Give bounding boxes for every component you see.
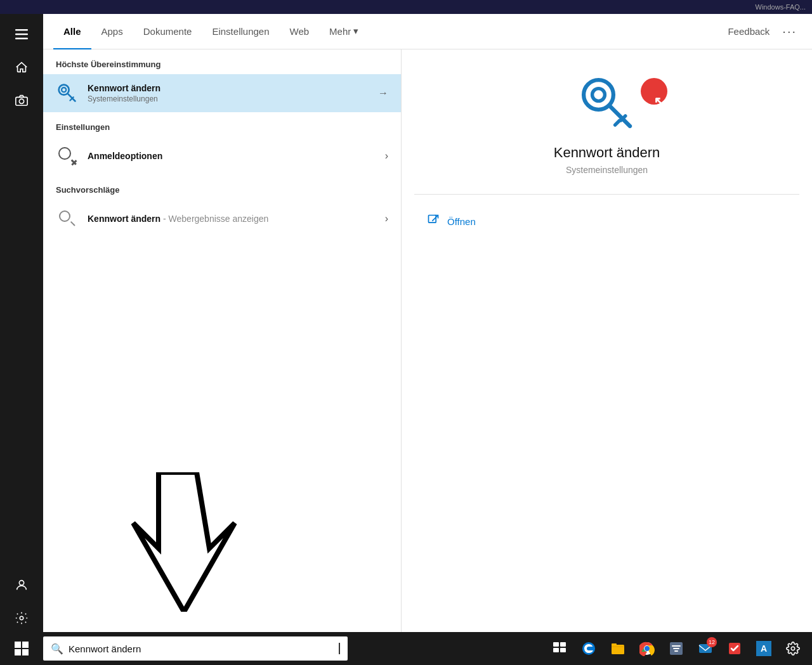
taskbar-edge[interactable] [575, 635, 603, 662]
taskbar-settings[interactable] [779, 635, 807, 662]
taskbar-search-icon: 🔍 [51, 643, 63, 655]
anmeldeoptionen-arrow: › [385, 150, 388, 162]
cursor-arrow-icon: ↖ [653, 94, 665, 110]
result-kennwort-text: Kennwort ändern Systemeinstellungen [88, 83, 378, 103]
svg-rect-1 [15, 34, 28, 36]
svg-rect-27 [612, 643, 617, 646]
sidebar-user-icon[interactable] [8, 571, 36, 599]
bestmatch-header: Höchste Übereinstimmung [43, 49, 401, 74]
result-kennwort-best[interactable]: Kennwort ändern Systemeinstellungen → [43, 74, 401, 112]
tabs-row: Alle Apps Dokumente Einstellungen Web Me… [43, 14, 812, 49]
taskbar-chrome[interactable] [633, 635, 661, 662]
results-panel: Höchste Übereinstimmung Kennwort ändern … [43, 49, 402, 665]
cursor-caret [339, 643, 340, 654]
taskbar-search-box[interactable]: 🔍 Kennwort ändern [43, 636, 348, 661]
detail-title: Kennwort ändern [554, 145, 660, 161]
feedback-button[interactable]: Feedback [720, 26, 777, 37]
svg-point-15 [592, 89, 605, 101]
svg-line-13 [70, 99, 72, 101]
anmeldeoptionen-text: Anmeldeoptionen [88, 151, 385, 161]
sidebar-menu-icon[interactable] [8, 20, 36, 48]
detail-divider [414, 194, 799, 195]
tab-web[interactable]: Web [280, 14, 320, 49]
svg-point-10 [62, 87, 66, 92]
open-label: Öffnen [447, 216, 476, 227]
sidebar-camera-icon[interactable] [8, 86, 36, 114]
svg-rect-22 [560, 642, 566, 647]
taskbar-mail[interactable]: 12 [691, 635, 719, 662]
tab-mehr[interactable]: Mehr ▾ [319, 14, 369, 49]
start-button[interactable] [0, 632, 43, 665]
einstellungen-header: Einstellungen [43, 112, 401, 137]
web-result-title: Kennwort ändern - Webergebnisse anzeigen [88, 214, 385, 224]
svg-text:A: A [761, 643, 767, 654]
result-kennwort-arrow: → [378, 87, 388, 99]
svg-point-6 [20, 616, 23, 620]
content-area: Höchste Übereinstimmung Kennwort ändern … [43, 49, 812, 665]
svg-rect-23 [553, 648, 559, 652]
main-panel: Alle Apps Dokumente Einstellungen Web Me… [43, 14, 812, 665]
tab-dokumente[interactable]: Dokumente [133, 14, 202, 49]
tab-einstellungen[interactable]: Einstellungen [202, 14, 279, 49]
web-result-text: Kennwort ändern - Webergebnisse anzeigen [88, 214, 385, 224]
taskbar-search-text: Kennwort ändern [69, 643, 334, 654]
svg-rect-36 [15, 642, 21, 648]
mail-badge: 12 [707, 637, 717, 647]
suchvorschlaege-header: Suchvorschläge [43, 175, 401, 200]
taskbar-azure[interactable]: A [750, 635, 778, 662]
svg-line-18 [615, 120, 619, 125]
more-options-button[interactable]: ··· [777, 24, 802, 39]
taskbar-ie[interactable] [662, 635, 690, 662]
magnifier-icon [56, 145, 79, 167]
svg-point-5 [19, 581, 23, 585]
result-kennwort-subtitle: Systemeinstellungen [88, 94, 378, 103]
svg-point-29 [645, 646, 650, 651]
top-bar: Windows-FAQ... [0, 0, 812, 14]
chevron-down-icon: ▾ [353, 25, 358, 37]
tab-alle[interactable]: Alle [53, 14, 91, 49]
anmeldeoptionen-title: Anmeldeoptionen [88, 151, 385, 161]
detail-icon-area: ↖ [579, 75, 636, 132]
taskbar-explorer[interactable] [604, 635, 632, 662]
taskbar-taskview[interactable] [546, 635, 573, 662]
tab-apps[interactable]: Apps [91, 14, 133, 49]
detail-open-action[interactable]: Öffnen [414, 207, 799, 236]
taskbar-icons: 12 A [546, 635, 812, 662]
svg-rect-37 [22, 642, 29, 648]
detail-key-icon [579, 75, 636, 132]
detail-subtitle: Systemeinstellungen [566, 165, 648, 175]
result-web[interactable]: Kennwort ändern - Webergebnisse anzeigen… [43, 200, 401, 238]
svg-point-35 [791, 647, 795, 650]
svg-rect-24 [560, 648, 566, 652]
svg-rect-0 [15, 29, 28, 31]
svg-rect-38 [15, 649, 21, 655]
sidebar-home-icon[interactable] [8, 53, 36, 81]
taskbar: 🔍 Kennwort ändern [43, 632, 812, 665]
sidebar [0, 14, 43, 665]
result-kennwort-title: Kennwort ändern [88, 83, 378, 93]
result-anmeldeoptionen[interactable]: Anmeldeoptionen › [43, 137, 401, 175]
svg-rect-39 [22, 649, 29, 655]
detail-panel: ↖ Kennwort ändern Systemeinstellungen Öf… [402, 49, 812, 665]
top-bar-label: Windows-FAQ... [756, 3, 806, 11]
key-icon-best [56, 82, 79, 105]
svg-rect-21 [553, 642, 559, 647]
svg-point-4 [19, 99, 23, 103]
web-search-icon [56, 207, 79, 230]
sidebar-settings-icon[interactable] [8, 604, 36, 632]
web-result-arrow: › [385, 213, 388, 224]
svg-rect-26 [612, 645, 624, 654]
taskbar-checklist[interactable] [721, 635, 749, 662]
svg-rect-2 [15, 38, 28, 40]
open-icon [427, 214, 440, 229]
